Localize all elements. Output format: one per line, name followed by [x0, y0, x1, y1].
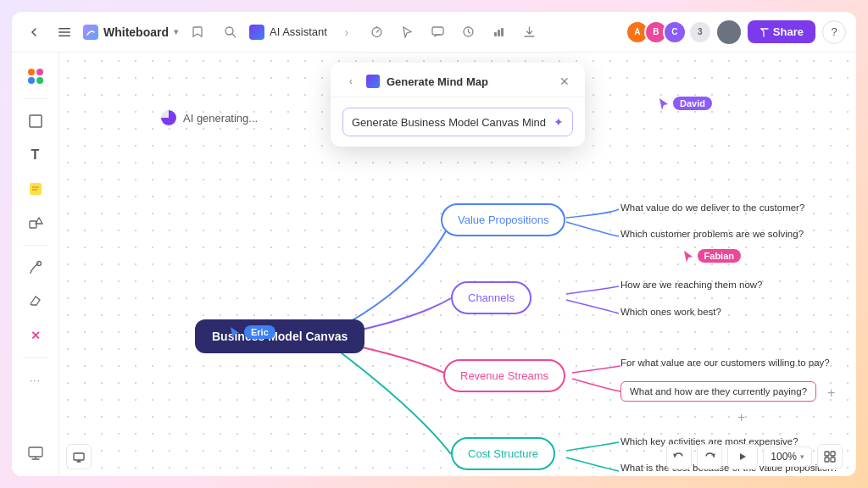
svg-rect-17 [30, 183, 42, 195]
palette-tool[interactable] [20, 61, 51, 92]
share-button[interactable]: Share [748, 20, 815, 43]
leaf-ch1: How are we reaching them now? [620, 280, 762, 290]
topbar-left: Whiteboard ▾ AI Assistant [22, 19, 327, 45]
cursor-eric: Eric [229, 325, 275, 341]
whiteboard-title[interactable]: Whiteboard ▾ [83, 25, 178, 40]
svg-rect-14 [501, 28, 504, 36]
more-tools[interactable]: ··· [20, 365, 51, 396]
popup-input[interactable] [352, 116, 547, 129]
svg-rect-13 [498, 30, 500, 36]
chevron-down-icon: ▾ [174, 27, 178, 36]
undo-button[interactable] [666, 444, 692, 469]
ai-assistant-button[interactable]: AI Assistant [249, 25, 327, 40]
cursor-label-eric: Eric [244, 325, 275, 339]
present-play-button[interactable] [727, 444, 758, 469]
leaf-vp1: What value do we deliver to the customer… [620, 202, 804, 213]
bookmark-button[interactable] [185, 19, 210, 45]
present-full-button[interactable] [66, 444, 92, 469]
cursor-label-fabian: Fabian [698, 249, 741, 263]
cursor-triangle-david [658, 97, 670, 112]
text-tool[interactable]: T [20, 140, 51, 170]
clock-button[interactable] [456, 19, 481, 45]
toolbar-icons: › [334, 19, 542, 45]
svg-rect-8 [432, 27, 443, 35]
ai-icon [249, 25, 264, 40]
node-channels[interactable]: Channels [451, 281, 531, 314]
node-revenue-streams[interactable]: Revenue Streams [443, 359, 565, 392]
comment-button[interactable] [426, 19, 451, 45]
plus-add-rs2[interactable]: + [737, 410, 745, 425]
node-value-propositions-label: Value Propositions [458, 214, 548, 226]
ai-generating: AI generating... [161, 110, 258, 125]
whiteboard-label: Whiteboard [103, 25, 169, 39]
node-value-propositions[interactable]: Value Propositions [441, 203, 565, 236]
node-channels-label: Channels [468, 291, 515, 304]
cursor-button[interactable] [395, 19, 420, 45]
leaf-vp2: Which customer problems are we solving? [620, 229, 804, 239]
central-node[interactable]: Business Model Canvas [195, 319, 364, 353]
cursor-triangle-fabian [682, 249, 694, 264]
search-button[interactable] [217, 19, 242, 45]
svg-rect-0 [58, 28, 70, 30]
connector-tool[interactable]: ✕ [20, 320, 51, 351]
svg-rect-12 [494, 32, 497, 36]
ai-generating-label: AI generating... [183, 112, 258, 125]
leaf-rs2[interactable]: What and how are they currently paying? [620, 381, 816, 402]
shapes-tool[interactable] [20, 208, 51, 238]
generate-mindmap-popup: ‹ Generate Mind Map ✕ ✦ [331, 63, 585, 147]
popup-close-button[interactable]: ✕ [556, 73, 573, 90]
leaf-ch2: Which ones work best? [620, 307, 721, 317]
avatars-group: A B C 3 [631, 20, 710, 44]
share-label: Share [773, 25, 804, 38]
back-button[interactable] [22, 20, 46, 44]
svg-rect-28 [831, 458, 835, 462]
topbar-mid: › [334, 19, 624, 45]
bottom-left-area [66, 444, 92, 469]
sidebar-bottom [20, 437, 51, 468]
pen-tool[interactable] [20, 252, 51, 283]
sidebar-divider-3 [23, 358, 48, 358]
zoom-chevron-icon: ▾ [800, 452, 804, 461]
node-cost-structure[interactable]: Cost Structure [451, 437, 555, 470]
canvas-area[interactable]: AI generating... Business Model Canvas V… [59, 53, 856, 476]
topbar: Whiteboard ▾ AI Assistant › [12, 12, 856, 53]
plus-add-rs[interactable]: + [827, 385, 835, 401]
left-sidebar: T [12, 53, 59, 476]
help-button[interactable]: ? [822, 20, 846, 44]
cursor-triangle-eric [229, 325, 241, 341]
popup-ai-icon [366, 75, 380, 88]
chart-button[interactable] [487, 19, 512, 45]
popup-header: ‹ Generate Mind Map ✕ [331, 63, 585, 97]
chevron-right-icon[interactable]: › [334, 19, 359, 45]
node-revenue-streams-label: Revenue Streams [460, 369, 548, 382]
cursor-fabian: Fabian [682, 249, 741, 264]
node-cost-structure-label: Cost Structure [468, 447, 538, 460]
eraser-tool[interactable] [20, 286, 51, 317]
popup-title: ‹ Generate Mind Map [342, 73, 488, 90]
download-button[interactable] [517, 19, 542, 45]
present-button[interactable] [20, 437, 51, 468]
popup-back-button[interactable]: ‹ [342, 73, 359, 90]
svg-line-4 [232, 34, 236, 37]
ai-assistant-label: AI Assistant [270, 25, 327, 38]
avatar-single [717, 20, 741, 44]
frame-tool[interactable] [20, 106, 51, 136]
popup-body: ✦ [331, 97, 585, 147]
svg-rect-2 [58, 35, 70, 36]
cursor-label-david: David [673, 97, 712, 110]
ai-spinner [161, 110, 176, 125]
main-area: T [12, 53, 856, 476]
sticky-tool[interactable] [20, 174, 51, 204]
zoom-control[interactable]: 100% ▾ [763, 446, 812, 467]
svg-rect-20 [30, 221, 36, 228]
bottom-bar: 100% ▾ [666, 444, 843, 469]
menu-button[interactable] [53, 20, 76, 44]
popup-input-row: ✦ [342, 108, 573, 136]
svg-rect-22 [29, 447, 42, 457]
svg-rect-25 [825, 452, 829, 456]
redo-button[interactable] [697, 444, 722, 469]
fit-view-button[interactable] [817, 444, 843, 469]
timer-button[interactable] [364, 19, 390, 45]
svg-rect-26 [831, 452, 835, 456]
color-dots [28, 69, 43, 84]
